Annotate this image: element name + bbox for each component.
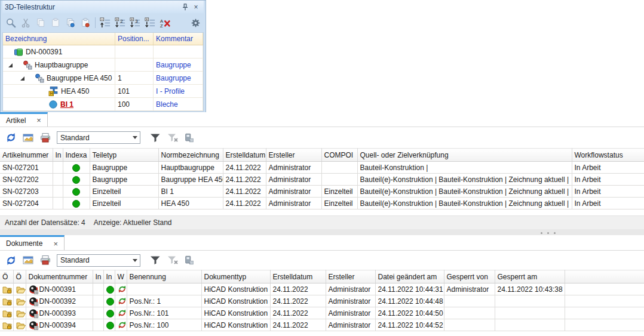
column-header[interactable]: Gesperrt am (495, 270, 565, 283)
column-header[interactable]: Erstelldatum (270, 270, 326, 283)
copy-with-documents-button[interactable] (63, 16, 78, 30)
filter-combobox[interactable]: Standard (57, 254, 140, 267)
column-header[interactable]: Indexa (63, 149, 90, 162)
refresh-button[interactable] (5, 255, 17, 266)
tree-item-comment: Bleche (154, 98, 203, 110)
tree-row[interactable]: DN-000391 (3, 45, 203, 58)
workflow-sync-icon (118, 320, 127, 329)
column-header[interactable]: Gesperrt von (444, 270, 495, 283)
tree-item-position: 101 (115, 85, 154, 97)
link-database-button[interactable] (184, 132, 195, 143)
tree-row[interactable]: Hauptbaugruppe Baugruppe (3, 58, 203, 72)
splitter-handle-icon[interactable] (541, 232, 556, 234)
result-window-button[interactable] (22, 254, 34, 266)
status-green-icon (106, 298, 114, 306)
workflow-sync-icon (118, 285, 127, 294)
folder-locked-icon[interactable] (2, 297, 12, 306)
column-header[interactable]: Ersteller (266, 149, 321, 162)
search-button[interactable] (4, 16, 18, 30)
chevron-down-icon[interactable] (130, 132, 140, 143)
chevron-down-icon[interactable] (130, 255, 140, 266)
tab-dokumente[interactable]: Dokumente × (0, 235, 65, 250)
column-header[interactable]: Quell- oder Zielverknüpfung (357, 149, 572, 162)
folder-locked-icon[interactable] (2, 320, 12, 330)
expander-icon[interactable] (7, 62, 13, 68)
workflow-sync-icon (118, 309, 127, 317)
artikel-row[interactable]: SN-027201 BaugruppeHauptbaugruppe24.11.2… (0, 162, 644, 174)
tab-close-icon[interactable]: × (53, 240, 58, 248)
refresh-button[interactable] (5, 132, 17, 143)
remove-sorting-button[interactable] (158, 16, 172, 30)
column-header[interactable]: In (103, 270, 115, 283)
folder-open-icon[interactable] (16, 309, 26, 318)
column-header[interactable]: Ö (0, 270, 13, 283)
parts-structure-toolbar (2, 13, 204, 32)
filter-button[interactable] (149, 254, 161, 266)
tree-row[interactable]: Baugruppe HEA 450 1 Baugruppe (3, 72, 203, 85)
tree-item-position (115, 45, 154, 58)
dokumente-row[interactable]: DN-000393 Pos.Nr.: 101HiCAD Konstruktion… (0, 307, 644, 319)
paste-button[interactable] (48, 16, 63, 30)
folder-open-icon[interactable] (16, 320, 26, 330)
filter-button[interactable] (149, 132, 161, 144)
tree-column-header[interactable]: Bezeichnung (3, 33, 115, 45)
column-header[interactable]: Dokumentnummer (26, 270, 93, 283)
column-header[interactable]: Artikelnummer (0, 149, 53, 162)
artikel-row[interactable]: SN-027203 EinzelteilBI 124.11.2022 Admin… (0, 186, 644, 198)
column-header[interactable]: Ö (13, 270, 26, 283)
column-header[interactable]: Workflowstatus (572, 149, 644, 162)
tab-close-icon[interactable]: × (36, 116, 41, 124)
tree-row[interactable]: HEA 450 101 I - Profile (3, 85, 203, 98)
dokumente-row[interactable]: DN-000394 Pos.Nr.: 100HiCAD Konstruktion… (0, 319, 644, 331)
expand-level-3-button[interactable] (128, 16, 142, 30)
folder-locked-icon[interactable] (2, 309, 12, 318)
print-button[interactable] (39, 254, 51, 266)
tree-column-header[interactable]: Kommentar (154, 33, 203, 45)
cut-button[interactable] (19, 16, 33, 30)
artikel-row[interactable]: SN-027204 EinzelteilHEA 45024.11.2022 Ad… (0, 198, 644, 209)
column-header[interactable]: COMPOI (321, 149, 357, 162)
dokumente-row[interactable]: DN-000392 Pos.Nr.: 1HiCAD Konstruktion24… (0, 295, 644, 307)
print-button[interactable] (39, 132, 51, 144)
tree-item-label: DN-000391 (26, 48, 62, 56)
artikel-row[interactable]: SN-027202 BaugruppeBaugruppe HEA 45024.1… (0, 174, 644, 186)
paste-with-documents-button[interactable] (78, 16, 93, 30)
settings-button[interactable] (188, 16, 203, 30)
column-header[interactable]: In (53, 149, 63, 162)
printer-icon (39, 254, 51, 266)
column-header[interactable]: Benennung (127, 270, 201, 283)
expand-level-2-button[interactable] (113, 16, 127, 30)
parts-structure-titlebar[interactable]: 3D-Teilestruktur × (2, 1, 204, 13)
copy-button[interactable] (33, 16, 48, 30)
link-database-button[interactable] (184, 255, 195, 266)
folder-open-icon[interactable] (16, 297, 26, 306)
dokumente-row[interactable]: DN-000391 HiCAD Konstruktion24.11.2022 A… (0, 283, 644, 295)
result-window-button[interactable] (22, 132, 34, 144)
close-icon[interactable]: × (191, 2, 201, 12)
column-header[interactable]: Datei geändert am (375, 270, 444, 283)
expand-all-button[interactable] (143, 16, 157, 30)
column-header[interactable]: In (93, 270, 103, 283)
tab-artikel[interactable]: Artikel × (0, 112, 48, 127)
tree-column-header[interactable]: Position... (115, 33, 154, 45)
column-header[interactable]: Dokumenttyp (201, 270, 270, 283)
tree-row-selected[interactable]: BI 1 100 Bleche (3, 98, 203, 111)
folder-locked-icon[interactable] (2, 285, 12, 294)
column-header[interactable] (565, 270, 644, 283)
expander-icon[interactable] (19, 75, 25, 81)
column-header[interactable]: Ersteller (326, 270, 375, 283)
column-header[interactable]: W (115, 270, 127, 283)
folder-open-icon[interactable] (16, 285, 26, 294)
filter-combobox[interactable]: Standard (57, 131, 140, 144)
pin-icon[interactable] (180, 2, 191, 12)
column-header[interactable]: Teiletyp (90, 149, 158, 162)
clear-filter-button[interactable] (167, 132, 179, 144)
clear-filter-button[interactable] (167, 254, 179, 266)
collapse-level-button[interactable] (98, 16, 112, 30)
column-header[interactable]: Erstelldatum (223, 149, 266, 162)
dokumente-table: Ö Ö Dokumentnummer In In W Benennung Dok… (0, 270, 644, 331)
refresh-icon (5, 132, 17, 143)
status-green-icon (72, 200, 80, 208)
tree-item-comment: Baugruppe (154, 72, 203, 84)
column-header[interactable]: Normbezeichnung (158, 149, 223, 162)
